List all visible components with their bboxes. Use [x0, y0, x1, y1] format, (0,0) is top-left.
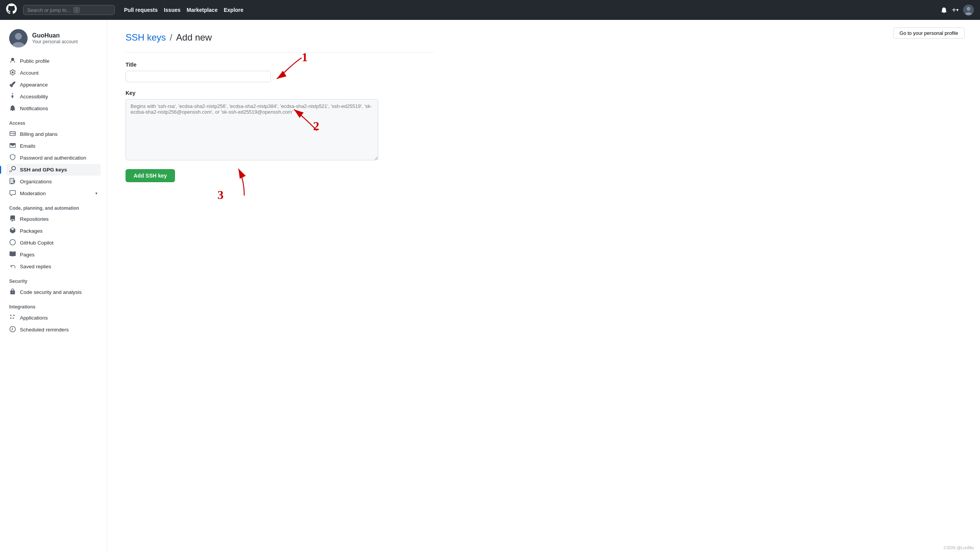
code-section-label: Code, planning, and automation	[6, 199, 101, 213]
sidebar-item-scheduled-reminders[interactable]: Scheduled reminders	[6, 324, 101, 336]
slash-shortcut: /	[74, 7, 79, 13]
sidebar-item-label: Repositories	[20, 216, 49, 222]
sidebar-item-label: Saved replies	[20, 264, 51, 269]
sidebar-item-label: Moderation	[20, 191, 46, 196]
lock-icon	[9, 289, 16, 296]
sidebar: GuoHuan Your personal account Public pro…	[0, 20, 107, 553]
annotation-3-container: 3	[217, 188, 224, 202]
sidebar-item-label: SSH and GPG keys	[20, 167, 67, 173]
sidebar-username: GuoHuan	[32, 32, 78, 39]
sidebar-item-ssh-gpg[interactable]: SSH and GPG keys	[6, 164, 101, 176]
sidebar-item-label: GitHub Copilot	[20, 240, 54, 246]
sidebar-item-code-security[interactable]: Code security and analysis	[6, 286, 101, 298]
sidebar-item-label: Billing and plans	[20, 131, 57, 137]
sidebar-item-notifications[interactable]: Notifications	[6, 103, 101, 114]
sidebar-item-label: Pages	[20, 252, 34, 258]
title-form-group: Title	[126, 62, 433, 82]
issues-link[interactable]: Issues	[164, 7, 181, 13]
user-avatar[interactable]	[963, 5, 974, 15]
key-icon	[9, 166, 16, 173]
integrations-section-label: Integrations	[6, 298, 101, 312]
sidebar-item-pages[interactable]: Pages	[6, 249, 101, 261]
pages-icon	[9, 251, 16, 258]
sidebar-item-saved-replies[interactable]: Saved replies	[6, 261, 101, 272]
bell-icon	[9, 105, 16, 112]
sidebar-item-public-profile[interactable]: Public profile	[6, 55, 101, 67]
sidebar-item-label: Password and authentication	[20, 155, 86, 161]
sidebar-item-emails[interactable]: Emails	[6, 140, 101, 152]
search-text: Search or jump to...	[27, 7, 70, 13]
gear-icon	[9, 69, 16, 77]
sidebar-item-account[interactable]: Account	[6, 67, 101, 79]
sidebar-item-label: Public profile	[20, 58, 49, 64]
plus-new-icon[interactable]: +▾	[952, 6, 959, 15]
explore-link[interactable]: Explore	[224, 7, 243, 13]
marketplace-link[interactable]: Marketplace	[187, 7, 218, 13]
access-section-label: Access	[6, 114, 101, 128]
repo-icon	[9, 215, 16, 223]
key-form-group: Key	[126, 90, 433, 161]
sidebar-item-label: Applications	[20, 315, 48, 321]
sidebar-item-label: Accessibility	[20, 94, 48, 100]
shield-icon	[9, 154, 16, 161]
sidebar-item-moderation[interactable]: Moderation ▾	[6, 188, 101, 199]
comment-icon	[9, 190, 16, 197]
chevron-down-icon: ▾	[95, 191, 98, 196]
topnav: Search or jump to... / Pull requests Iss…	[0, 0, 980, 20]
github-logo-icon[interactable]	[6, 3, 17, 16]
breadcrumb-current: Add new	[176, 32, 212, 43]
security-section-label: Security	[6, 272, 101, 286]
footer-credit: CSDN @LunMu	[944, 545, 974, 550]
creditcard-icon	[9, 131, 16, 138]
copilot-icon	[9, 239, 16, 246]
sidebar-item-appearance[interactable]: Appearance	[6, 79, 101, 91]
clock-icon	[9, 326, 16, 333]
sidebar-item-packages[interactable]: Packages	[6, 225, 101, 237]
reply-icon	[9, 263, 16, 270]
key-textarea[interactable]	[126, 99, 378, 160]
arrow-3	[229, 165, 260, 199]
sidebar-item-label: Scheduled reminders	[20, 327, 69, 333]
sidebar-item-accessibility[interactable]: Accessibility	[6, 91, 101, 103]
pull-requests-link[interactable]: Pull requests	[124, 7, 158, 13]
go-to-profile-button[interactable]: Go to your personal profile	[893, 28, 965, 39]
svg-point-1	[967, 7, 970, 11]
accessibility-icon	[9, 93, 16, 100]
sidebar-item-password[interactable]: Password and authentication	[6, 152, 101, 164]
sidebar-item-repositories[interactable]: Repositories	[6, 213, 101, 225]
sidebar-item-label: Appearance	[20, 82, 48, 88]
title-input[interactable]	[126, 71, 271, 82]
sidebar-item-organizations[interactable]: Organizations	[6, 176, 101, 188]
add-ssh-key-button[interactable]: Add SSH key	[126, 169, 175, 182]
topnav-links: Pull requests Issues Marketplace Explore	[124, 7, 243, 13]
package-icon	[9, 227, 16, 235]
main-content: SSH keys / Add new 1 Title 2	[107, 20, 452, 553]
sidebar-item-billing[interactable]: Billing and plans	[6, 128, 101, 140]
sidebar-item-label: Account	[20, 70, 39, 76]
sidebar-item-label: Notifications	[20, 106, 48, 111]
mail-icon	[9, 142, 16, 150]
notifications-bell-icon[interactable]	[941, 7, 947, 13]
sidebar-item-label: Emails	[20, 143, 36, 149]
breadcrumb: SSH keys / Add new	[126, 32, 433, 43]
applications-icon	[9, 314, 16, 321]
sidebar-item-copilot[interactable]: GitHub Copilot	[6, 237, 101, 249]
organization-icon	[9, 178, 16, 185]
sidebar-item-label: Organizations	[20, 179, 52, 184]
sidebar-avatar	[9, 29, 28, 47]
annotation-number-3: 3	[217, 188, 224, 202]
paintbrush-icon	[9, 81, 16, 88]
divider	[126, 52, 433, 52]
sidebar-item-applications[interactable]: Applications	[6, 312, 101, 324]
sidebar-profile-info: GuoHuan Your personal account	[32, 32, 78, 44]
breadcrumb-ssh-link[interactable]: SSH keys	[126, 32, 166, 43]
sidebar-profile: GuoHuan Your personal account	[6, 29, 101, 47]
search-bar[interactable]: Search or jump to... /	[23, 5, 115, 15]
person-icon	[9, 57, 16, 65]
sidebar-item-label: Packages	[20, 228, 42, 234]
sidebar-subtitle: Your personal account	[32, 39, 78, 44]
page-wrapper: GuoHuan Your personal account Public pro…	[0, 0, 980, 553]
topnav-right: +▾	[941, 5, 974, 15]
svg-point-4	[15, 33, 22, 40]
sidebar-item-label: Code security and analysis	[20, 289, 82, 295]
